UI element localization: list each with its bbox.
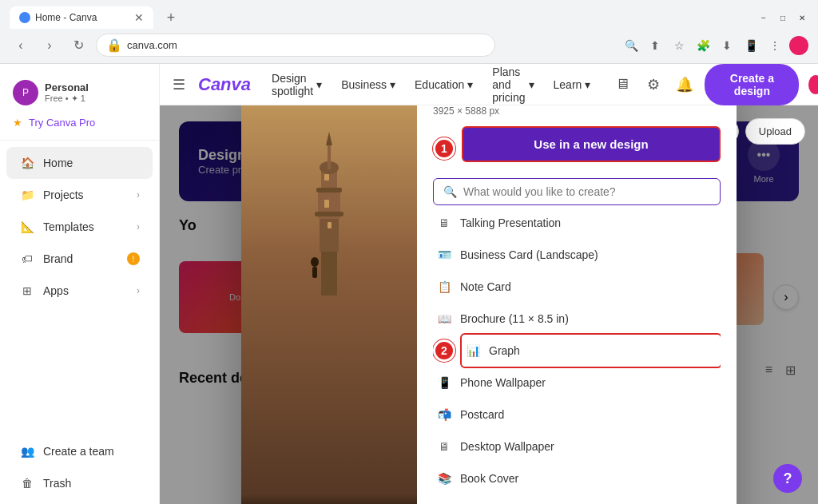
address-bar[interactable]: 🔒 canva.com bbox=[96, 34, 495, 57]
chevron-down-icon: ▾ bbox=[316, 78, 322, 91]
svg-rect-0 bbox=[321, 248, 337, 296]
design-type-list: 🖥 Talking Presentation 🪪 Business Card (… bbox=[433, 207, 721, 504]
monitor-icon[interactable]: 🖥 bbox=[611, 70, 633, 99]
create-design-button[interactable]: Create a design bbox=[705, 64, 799, 105]
design-type-label: Graph bbox=[489, 344, 520, 357]
svg-rect-4 bbox=[316, 188, 342, 192]
nav-learn[interactable]: Learn ▾ bbox=[546, 73, 599, 96]
nav-education[interactable]: Education ▾ bbox=[407, 73, 481, 96]
sidebar-item-templates[interactable]: 📐 Templates › bbox=[6, 211, 153, 243]
main-content: Design anything Create professional desi… bbox=[160, 105, 818, 504]
hamburger-icon[interactable]: ☰ bbox=[173, 76, 185, 93]
bell-icon[interactable]: 🔔 bbox=[673, 70, 695, 99]
templates-icon: 📐 bbox=[19, 219, 35, 235]
design-type-desktop-wallpaper[interactable]: 🖥 Desktop Wallpaper bbox=[433, 431, 721, 462]
design-type-talking-presentation[interactable]: 🖥 Talking Presentation bbox=[433, 207, 721, 239]
sidebar-create-team-label: Create a team bbox=[43, 445, 114, 458]
desktop-wallpaper-icon: 🖥 bbox=[436, 439, 452, 454]
svg-rect-9 bbox=[324, 200, 329, 208]
home-icon: 🏠 bbox=[19, 155, 35, 171]
svg-rect-5 bbox=[315, 212, 343, 216]
svg-marker-8 bbox=[326, 132, 332, 145]
design-type-postcard[interactable]: 📬 Postcard bbox=[433, 399, 721, 431]
tablet-icon[interactable]: 📱 bbox=[741, 36, 760, 55]
postcard-icon: 📬 bbox=[436, 407, 452, 423]
maximize-button[interactable]: □ bbox=[776, 11, 789, 24]
chevron-down-icon: ▾ bbox=[585, 78, 590, 91]
design-type-phone-wallpaper[interactable]: 📱 Phone Wallpaper bbox=[433, 367, 721, 399]
url-text: canva.com bbox=[127, 39, 177, 51]
graph-icon: 📊 bbox=[465, 343, 481, 359]
talking-presentation-icon: 🖥 bbox=[436, 215, 452, 231]
forward-button[interactable]: › bbox=[38, 34, 61, 57]
star-icon: ★ bbox=[13, 117, 22, 129]
sidebar-item-home[interactable]: 🏠 Home bbox=[6, 147, 153, 179]
close-window-button[interactable]: ✕ bbox=[796, 11, 808, 24]
top-navigation: ☰ Canva Design spotlight ▾ Business ▾ Ed… bbox=[160, 64, 818, 105]
design-type-label: Talking Presentation bbox=[460, 216, 561, 229]
settings-icon[interactable]: ⚙ bbox=[642, 70, 664, 99]
nav-design-spotlight[interactable]: Design spotlight ▾ bbox=[264, 67, 330, 102]
sidebar-item-trash[interactable]: 🗑 Trash bbox=[6, 467, 153, 499]
sidebar-brand-label: Brand bbox=[43, 252, 73, 265]
sidebar-item-apps[interactable]: ⊞ Apps › bbox=[6, 275, 153, 307]
reload-button[interactable]: ↻ bbox=[67, 34, 89, 57]
minimize-button[interactable]: − bbox=[757, 11, 770, 24]
sidebar-personal: P Personal Free • ✦ 1 bbox=[0, 73, 159, 112]
sidebar-item-projects[interactable]: 📁 Projects › bbox=[6, 179, 153, 211]
templates-arrow-icon: › bbox=[137, 221, 140, 232]
note-card-icon: 📋 bbox=[436, 279, 452, 295]
nav-menu: Design spotlight ▾ Business ▾ Education … bbox=[264, 64, 598, 109]
canva-logo[interactable]: Canva bbox=[198, 74, 251, 95]
canva-app: P Personal Free • ✦ 1 ★ Try Canva Pro 🏠 … bbox=[0, 64, 818, 504]
nav-plans-pricing[interactable]: Plans and pricing ▾ bbox=[484, 64, 542, 109]
try-pro-button[interactable]: ★ Try Canva Pro bbox=[0, 112, 159, 133]
design-type-note-card[interactable]: 📋 Note Card bbox=[433, 271, 721, 303]
menu-icon[interactable]: ⋮ bbox=[765, 36, 784, 55]
modal-overlay: Custom size Upload ✕ bbox=[160, 105, 818, 504]
brand-icon: 🏷 bbox=[19, 251, 35, 267]
design-type-label: Business Card (Landscape) bbox=[460, 248, 598, 261]
nav-business[interactable]: Business ▾ bbox=[333, 73, 403, 96]
design-type-label: Desktop Wallpaper bbox=[460, 440, 554, 453]
sidebar-item-create-team[interactable]: 👥 Create a team bbox=[6, 435, 153, 467]
design-type-brochure[interactable]: 📖 Brochure (11 × 8.5 in) bbox=[433, 303, 721, 335]
sidebar-item-brand[interactable]: 🏷 Brand ! bbox=[6, 243, 153, 275]
user-profile-avatar[interactable] bbox=[808, 75, 818, 94]
upload-button[interactable]: Upload bbox=[745, 118, 805, 145]
trash-icon: 🗑 bbox=[19, 475, 35, 491]
design-type-graph[interactable]: 📊 Graph bbox=[462, 335, 721, 367]
brand-badge: ! bbox=[127, 252, 140, 265]
lock-icon: 🔒 bbox=[106, 38, 122, 53]
sidebar-templates-label: Templates bbox=[43, 220, 94, 233]
modal-dimensions: 3925 × 5888 px bbox=[433, 105, 721, 117]
design-type-label: Phone Wallpaper bbox=[460, 376, 546, 389]
sidebar: P Personal Free • ✦ 1 ★ Try Canva Pro 🏠 … bbox=[0, 64, 160, 504]
create-team-icon: 👥 bbox=[19, 443, 35, 459]
tower-illustration bbox=[297, 105, 361, 296]
bookmark-icon[interactable]: ☆ bbox=[669, 36, 689, 55]
brochure-icon: 📖 bbox=[436, 311, 452, 327]
design-search-input[interactable] bbox=[463, 185, 710, 198]
share-icon[interactable]: ⬆ bbox=[645, 36, 665, 55]
sidebar-projects-label: Projects bbox=[43, 189, 84, 201]
use-in-design-button[interactable]: Use in a new design bbox=[462, 126, 721, 162]
search-icon[interactable]: 🔍 bbox=[621, 36, 641, 55]
browser-tab[interactable]: Home - Canva ✕ bbox=[10, 6, 153, 29]
back-button[interactable]: ‹ bbox=[10, 34, 32, 57]
design-type-magazine-cover[interactable]: 📰 Magazine Cover bbox=[433, 494, 721, 504]
new-tab-button[interactable]: + bbox=[160, 6, 182, 29]
design-type-business-card[interactable]: 🪪 Business Card (Landscape) bbox=[433, 239, 721, 271]
extensions-icon[interactable]: 🧩 bbox=[693, 36, 713, 55]
sidebar-apps-label: Apps bbox=[43, 284, 69, 297]
design-type-book-cover[interactable]: 📚 Book Cover bbox=[433, 462, 721, 494]
projects-icon: 📁 bbox=[19, 187, 35, 203]
tab-favicon bbox=[19, 12, 30, 23]
help-button[interactable]: ? bbox=[773, 464, 802, 493]
user-avatar[interactable] bbox=[789, 36, 808, 55]
book-cover-icon: 📚 bbox=[436, 470, 452, 486]
download-icon[interactable]: ⬇ bbox=[717, 36, 737, 55]
step1-badge: 1 bbox=[433, 137, 455, 160]
tab-title: Home - Canva bbox=[35, 12, 97, 23]
tab-close-button[interactable]: ✕ bbox=[134, 11, 144, 24]
